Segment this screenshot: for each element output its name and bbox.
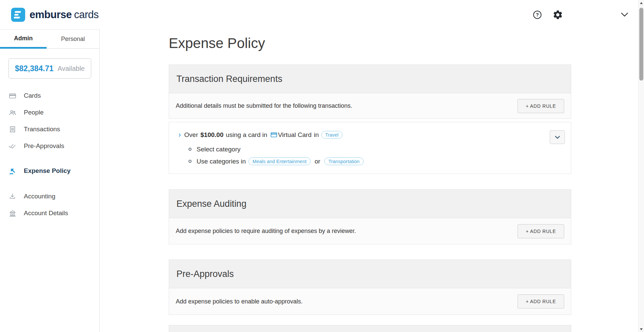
section-header: Transaction Requirements — [169, 64, 571, 93]
virtual-card-icon — [271, 132, 277, 137]
section-description: Add expense policies to enable auto-appr… — [176, 298, 303, 305]
account-menu-chevron-down-icon[interactable] — [621, 12, 628, 17]
policy-rule-card: › Over $100.00 using a card in Virtual C… — [169, 122, 571, 174]
section-body: Add expense policies to require auditing… — [169, 218, 571, 244]
brand-secondary: cards — [74, 9, 99, 20]
available-balance-card: $82,384.71 Available — [8, 58, 91, 79]
brand-wordmark: embursecards — [30, 9, 99, 21]
sidebar: Admin Personal $82,384.71 Available Card… — [0, 29, 100, 332]
section-transaction-requirements: Transaction Requirements Additional deta… — [169, 64, 571, 174]
bank-icon — [8, 209, 16, 217]
app-header: embursecards ? — [0, 0, 644, 29]
sidebar-tabs: Admin Personal — [0, 30, 99, 49]
gavel-icon — [8, 167, 16, 175]
emburse-logo[interactable]: embursecards — [11, 8, 99, 22]
section-expense-auditing: Expense Auditing Add expense policies to… — [169, 189, 571, 244]
section-pre-approvals: Pre-Approvals Add expense policies to en… — [169, 259, 571, 315]
sidebar-item-label: Cards — [24, 92, 41, 99]
page-title: Expense Policy — [169, 35, 571, 52]
rule-actions-dropdown-button[interactable] — [550, 130, 565, 144]
balance-amount: $82,384.71 — [15, 64, 54, 73]
tab-personal[interactable]: Personal — [47, 30, 99, 49]
gear-icon[interactable] — [552, 9, 563, 20]
sidebar-item-label: Accounting — [24, 193, 55, 200]
section-header: Expense Auditing — [169, 189, 571, 218]
sidebar-item-accounting[interactable]: Accounting — [0, 188, 99, 205]
sub-item-text: Select category — [197, 146, 240, 153]
sidebar-item-expense-policy[interactable]: Expense Policy — [0, 162, 99, 179]
rule-connector-2: in — [314, 131, 319, 139]
section-body: Add expense policies to enable auto-appr… — [169, 288, 571, 315]
sidebar-item-label: Expense Policy — [24, 167, 70, 175]
sidebar-item-label: Account Details — [24, 209, 68, 217]
sidebar-item-cards[interactable]: Cards — [0, 87, 99, 104]
rule-amount: $100.00 — [201, 131, 224, 139]
rule-card-name: Virtual Card — [278, 131, 312, 139]
credit-card-icon — [8, 92, 16, 100]
sidebar-item-transactions[interactable]: Transactions — [0, 121, 99, 138]
sidebar-item-account-details[interactable]: Account Details — [0, 205, 99, 222]
download-icon — [8, 192, 16, 200]
svg-text:?: ? — [536, 12, 539, 17]
brand-primary: emburse — [30, 9, 72, 20]
sidebar-item-label: People — [24, 109, 44, 116]
section-title: Transaction Requirements — [176, 74, 282, 84]
chip-joiner: or — [315, 158, 320, 165]
section-header-partial — [169, 325, 571, 332]
scroll-down-arrow-icon[interactable] — [639, 326, 644, 332]
scrollbar-thumb[interactable] — [639, 8, 643, 81]
rule-expander-chevron-right-icon[interactable]: › — [178, 132, 181, 138]
people-icon — [8, 108, 16, 116]
sidebar-item-pre-approvals[interactable]: Pre-Approvals — [0, 138, 99, 154]
section-body: Additional details must be submitted for… — [169, 93, 571, 119]
sub-item-text: Use categories in — [197, 158, 246, 165]
double-check-icon — [8, 142, 16, 150]
category-chip-meals[interactable]: Meals and Entertainment — [249, 157, 311, 165]
add-rule-button[interactable]: + ADD RULE — [518, 294, 564, 309]
add-rule-button[interactable]: + ADD RULE — [518, 99, 564, 113]
sidebar-item-people[interactable]: People — [0, 104, 99, 121]
sidebar-item-label: Transactions — [24, 126, 60, 133]
bullet-circle-icon — [189, 160, 192, 163]
help-icon[interactable]: ? — [532, 10, 542, 20]
scroll-up-arrow-icon[interactable] — [639, 0, 644, 6]
section-header: Pre-Approvals — [169, 259, 571, 288]
category-chip-transportation[interactable]: Transportation — [324, 157, 364, 165]
rule-prefix: Over — [184, 131, 198, 139]
rule-connector: using a card in — [226, 131, 267, 139]
rule-sub-item: Select category — [189, 145, 544, 154]
tab-admin[interactable]: Admin — [0, 30, 47, 49]
add-rule-button[interactable]: + ADD RULE — [518, 224, 564, 238]
rule-sub-item: Use categories in Meals and Entertainmen… — [189, 157, 544, 166]
sidebar-item-label: Pre-Approvals — [24, 142, 64, 150]
section-title: Expense Auditing — [176, 199, 247, 209]
receipt-icon — [8, 125, 16, 133]
rule-sub-items: Select category Use categories in Meals … — [189, 145, 544, 166]
balance-label: Available — [58, 65, 85, 73]
main-content: Expense Policy Transaction Requirements … — [100, 29, 644, 332]
sidebar-nav: Cards People Transactions — [0, 87, 99, 222]
vertical-scrollbar[interactable] — [638, 0, 644, 332]
rule-summary-line: › Over $100.00 using a card in Virtual C… — [178, 131, 544, 139]
section-title: Pre-Approvals — [176, 269, 234, 279]
bullet-circle-icon — [189, 148, 192, 151]
section-description: Additional details must be submitted for… — [176, 102, 352, 109]
section-description: Add expense policies to require auditing… — [176, 228, 356, 235]
category-chip-travel[interactable]: Travel — [321, 131, 343, 139]
emburse-logo-icon — [11, 8, 25, 22]
